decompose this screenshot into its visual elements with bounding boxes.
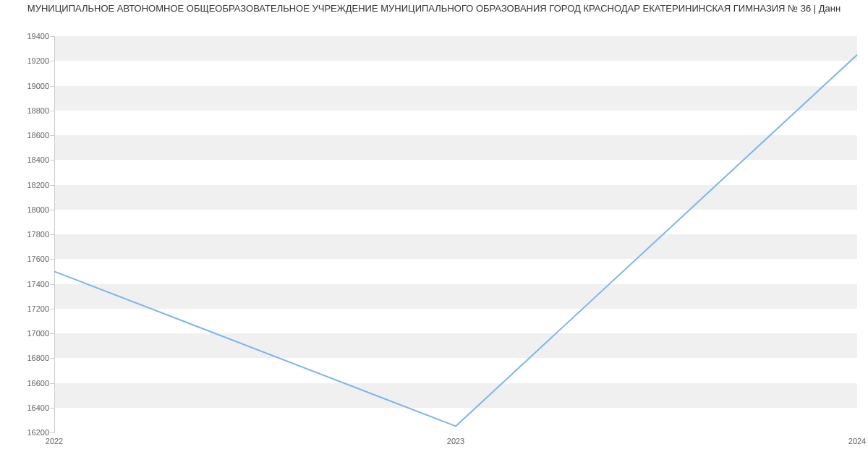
- y-axis-label: 19000: [27, 82, 49, 90]
- y-axis-label: 16400: [27, 403, 49, 412]
- y-axis-label: 17200: [27, 304, 49, 313]
- y-axis-label: 18800: [27, 106, 49, 115]
- x-axis-label: 2023: [447, 437, 464, 445]
- y-axis-label: 17800: [27, 230, 49, 239]
- chart-title: МУНИЦИПАЛЬНОЕ АВТОНОМНОЕ ОБЩЕОБРАЗОВАТЕЛ…: [27, 3, 841, 14]
- y-axis-label: 16600: [27, 379, 49, 388]
- y-axis-label: 18600: [27, 131, 49, 140]
- y-axis-label: 17400: [27, 280, 49, 289]
- y-axis-label: 18000: [27, 205, 49, 214]
- y-axis-label: 18200: [27, 181, 49, 189]
- y-axis-label: 19200: [27, 56, 49, 65]
- y-axis-label: 18400: [27, 155, 49, 164]
- plot-area: [54, 36, 857, 432]
- chart-container: МУНИЦИПАЛЬНОЕ АВТОНОМНОЕ ОБЩЕОБРАЗОВАТЕЛ…: [0, 0, 868, 470]
- y-axis-label: 17600: [27, 255, 49, 263]
- line-series-svg: [54, 36, 857, 432]
- x-axis-label: 2022: [46, 437, 63, 445]
- data-line: [54, 55, 857, 427]
- y-axis-label: 17000: [27, 329, 49, 338]
- y-tick: [50, 432, 54, 433]
- x-axis-label: 2024: [848, 437, 866, 445]
- y-axis-label: 19400: [27, 32, 49, 40]
- y-axis-label: 16800: [27, 354, 49, 362]
- y-axis-label: 16200: [27, 428, 49, 437]
